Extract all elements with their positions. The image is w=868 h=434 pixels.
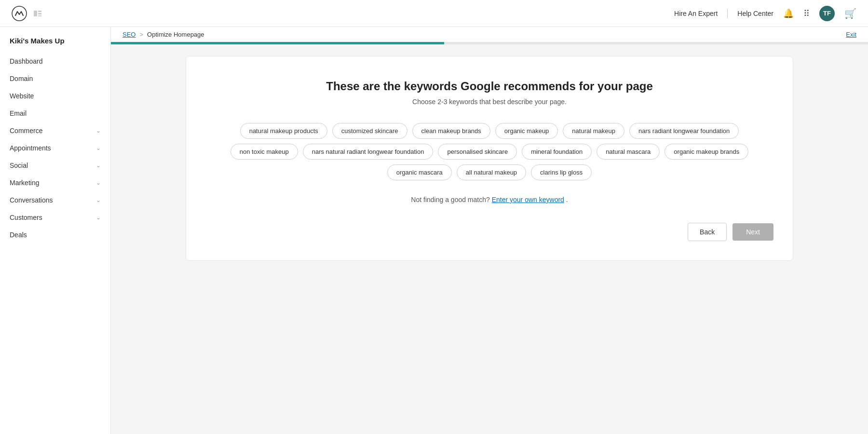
keyword-chip[interactable]: personalised skincare bbox=[438, 144, 517, 160]
keyword-chip[interactable]: organic mascara bbox=[387, 164, 452, 180]
topbar: Hire An Expert Help Center 🔔 ⠿ TF 🛒 bbox=[0, 0, 868, 27]
breadcrumb-bar: SEO > Optimize Homepage Exit bbox=[111, 27, 868, 42]
help-center-link[interactable]: Help Center bbox=[737, 10, 773, 17]
sidebar-item-label: Email bbox=[10, 109, 27, 117]
breadcrumb: SEO > Optimize Homepage bbox=[122, 31, 204, 42]
sidebar-item-label: Commerce bbox=[10, 127, 42, 135]
sidebar-item-domain[interactable]: Domain bbox=[0, 70, 110, 87]
keyword-chip[interactable]: organic makeup bbox=[495, 123, 558, 139]
sidebar: Kiki's Makes Up DashboardDomainWebsiteEm… bbox=[0, 27, 111, 434]
sidebar-item-label: Social bbox=[10, 162, 28, 169]
keyword-chip[interactable]: mineral foundation bbox=[522, 144, 592, 160]
card-footer: Back Next bbox=[205, 223, 773, 241]
chevron-down-icon: ⌄ bbox=[96, 214, 101, 221]
sidebar-item-label: Conversations bbox=[10, 196, 53, 204]
apps-grid-icon[interactable]: ⠿ bbox=[803, 8, 810, 19]
keyword-chip[interactable]: organic makeup brands bbox=[665, 144, 748, 160]
notifications-icon[interactable]: 🔔 bbox=[783, 8, 794, 19]
svg-rect-2 bbox=[38, 11, 41, 12]
sidebar-brand: Kiki's Makes Up bbox=[0, 33, 110, 53]
breadcrumb-current: Optimize Homepage bbox=[147, 31, 204, 38]
sidebar-item-customers[interactable]: Customers⌄ bbox=[0, 209, 110, 226]
next-button[interactable]: Next bbox=[732, 223, 773, 241]
logo-area bbox=[12, 6, 42, 21]
keyword-chip[interactable]: natural mascara bbox=[597, 144, 660, 160]
keyword-chip[interactable]: natural makeup products bbox=[240, 123, 327, 139]
main-area: SEO > Optimize Homepage Exit These are t… bbox=[111, 27, 868, 434]
cart-icon[interactable]: 🛒 bbox=[844, 8, 856, 19]
sidebar-item-label: Deals bbox=[10, 231, 27, 239]
chevron-down-icon: ⌄ bbox=[96, 162, 101, 169]
exit-button[interactable]: Exit bbox=[846, 31, 856, 42]
keyword-chip[interactable]: natural makeup bbox=[563, 123, 624, 139]
keywords-area: natural makeup productscustomized skinca… bbox=[224, 123, 755, 180]
not-finding-text: Not finding a good match? Enter your own… bbox=[411, 196, 568, 203]
sidebar-item-appointments[interactable]: Appointments⌄ bbox=[0, 139, 110, 157]
chevron-down-icon: ⌄ bbox=[96, 127, 101, 134]
sidebar-item-deals[interactable]: Deals bbox=[0, 226, 110, 244]
sidebar-item-marketing[interactable]: Marketing⌄ bbox=[0, 174, 110, 191]
keyword-chip[interactable]: nars radiant longwear foundation bbox=[629, 123, 739, 139]
card-subtitle: Choose 2-3 keywords that best describe y… bbox=[412, 98, 567, 106]
enter-keyword-link[interactable]: Enter your own keyword bbox=[492, 196, 564, 203]
sidebar-item-label: Customers bbox=[10, 214, 42, 221]
sidebar-item-conversations[interactable]: Conversations⌄ bbox=[0, 191, 110, 209]
keyword-chip[interactable]: nars natural radiant longwear foundation bbox=[303, 144, 434, 160]
svg-rect-1 bbox=[34, 11, 37, 16]
sidebar-item-social[interactable]: Social⌄ bbox=[0, 157, 110, 174]
svg-rect-3 bbox=[38, 13, 41, 14]
svg-rect-4 bbox=[38, 15, 41, 16]
sidebar-item-label: Domain bbox=[10, 75, 33, 82]
chevron-down-icon: ⌄ bbox=[96, 197, 101, 203]
keyword-chip[interactable]: all natural makeup bbox=[457, 164, 526, 180]
breadcrumb-separator: > bbox=[139, 31, 143, 38]
chevron-down-icon: ⌄ bbox=[96, 145, 101, 151]
sidebar-item-commerce[interactable]: Commerce⌄ bbox=[0, 122, 110, 139]
chevron-down-icon: ⌄ bbox=[96, 179, 101, 186]
sidebar-item-dashboard[interactable]: Dashboard bbox=[0, 53, 110, 70]
keyword-chip[interactable]: clarins lip gloss bbox=[531, 164, 592, 180]
logo-icon bbox=[12, 6, 27, 21]
sidebar-toggle-icon[interactable] bbox=[33, 9, 42, 18]
sidebar-item-label: Appointments bbox=[10, 144, 51, 152]
back-button[interactable]: Back bbox=[688, 223, 727, 241]
keyword-chip[interactable]: customized skincare bbox=[332, 123, 407, 139]
sidebar-item-label: Website bbox=[10, 92, 34, 100]
sidebar-item-email[interactable]: Email bbox=[0, 105, 110, 122]
sidebar-item-label: Marketing bbox=[10, 179, 39, 187]
topbar-right: Hire An Expert Help Center 🔔 ⠿ TF 🛒 bbox=[674, 6, 856, 21]
card-title: These are the keywords Google recommends… bbox=[326, 80, 653, 93]
sidebar-item-website[interactable]: Website bbox=[0, 87, 110, 105]
sidebar-item-label: Dashboard bbox=[10, 57, 43, 65]
topbar-divider bbox=[727, 9, 728, 18]
breadcrumb-seo-link[interactable]: SEO bbox=[122, 31, 136, 38]
content-area: These are the keywords Google recommends… bbox=[111, 44, 868, 434]
hire-expert-link[interactable]: Hire An Expert bbox=[674, 10, 718, 17]
svg-point-0 bbox=[12, 6, 27, 21]
avatar[interactable]: TF bbox=[819, 6, 835, 21]
keyword-chip[interactable]: clean makeup brands bbox=[412, 123, 490, 139]
keyword-chip[interactable]: non toxic makeup bbox=[231, 144, 298, 160]
keyword-card: These are the keywords Google recommends… bbox=[186, 56, 793, 261]
